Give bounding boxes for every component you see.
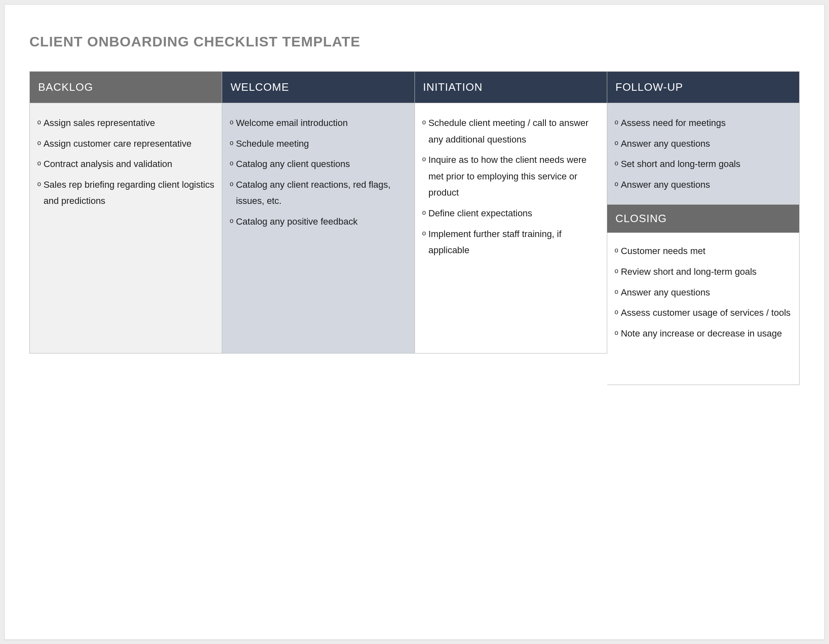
circle-bullet-icon: o bbox=[615, 137, 618, 149]
item-text: Sales rep briefing regarding client logi… bbox=[44, 177, 214, 209]
item-text: Catalog any client questions bbox=[236, 156, 407, 172]
item-text: Catalog any client reactions, red flags,… bbox=[236, 177, 407, 209]
column-backlog: BACKLOG oAssign sales representative oAs… bbox=[30, 72, 222, 353]
list-item: oAnswer any questions bbox=[615, 177, 792, 193]
list-item: oCatalog any positive feedback bbox=[230, 213, 407, 230]
circle-bullet-icon: o bbox=[37, 137, 41, 149]
column-body-welcome: oWelcome email introduction oSchedule me… bbox=[222, 103, 414, 353]
list-item: oAssess need for meetings bbox=[615, 115, 792, 131]
column-header-backlog: BACKLOG bbox=[30, 72, 222, 103]
column4-inner: oAssess need for meetings oAnswer any qu… bbox=[607, 103, 800, 385]
column-header-closing: CLOSING bbox=[607, 205, 800, 233]
item-text: Schedule client meeting / call to answer… bbox=[428, 115, 599, 148]
item-text: Contract analysis and validation bbox=[44, 156, 214, 172]
circle-bullet-icon: o bbox=[230, 137, 233, 149]
item-text: Assign customer care representative bbox=[44, 136, 214, 152]
list-item: oSchedule meeting bbox=[230, 136, 407, 152]
item-text: Catalog any positive feedback bbox=[236, 213, 407, 230]
circle-bullet-icon: o bbox=[422, 207, 426, 219]
list-item: oImplement further staff training, if ap… bbox=[422, 226, 599, 259]
column-followup-closing: FOLLOW-UP oAssess need for meetings oAns… bbox=[607, 72, 800, 353]
item-text: Customer needs met bbox=[621, 243, 792, 259]
column-header-welcome: WELCOME bbox=[222, 72, 414, 103]
item-text: Implement further staff training, if app… bbox=[428, 226, 599, 259]
list-item: oContract analysis and validation bbox=[37, 156, 214, 172]
circle-bullet-icon: o bbox=[615, 286, 618, 298]
item-text: Inquire as to how the client needs were … bbox=[428, 152, 599, 201]
list-item: oAssess customer usage of services / too… bbox=[615, 305, 792, 321]
list-item: oSales rep briefing regarding client log… bbox=[37, 177, 214, 209]
item-text: Review short and long-term goals bbox=[621, 264, 792, 280]
item-text: Welcome email introduction bbox=[236, 115, 407, 131]
circle-bullet-icon: o bbox=[230, 116, 233, 128]
kanban-board: BACKLOG oAssign sales representative oAs… bbox=[29, 71, 800, 353]
list-item: oCatalog any client reactions, red flags… bbox=[230, 177, 407, 209]
column-body-initiation: oSchedule client meeting / call to answe… bbox=[415, 103, 607, 353]
list-item: oInquire as to how the client needs were… bbox=[422, 152, 599, 201]
column-body-backlog: oAssign sales representative oAssign cus… bbox=[30, 103, 222, 353]
list-item: oCatalog any client questions bbox=[230, 156, 407, 172]
circle-bullet-icon: o bbox=[615, 157, 618, 169]
column-body-closing: oCustomer needs met oReview short and lo… bbox=[607, 233, 800, 385]
list-item: oWelcome email introduction bbox=[230, 115, 407, 131]
circle-bullet-icon: o bbox=[615, 265, 618, 277]
page-title: CLIENT ONBOARDING CHECKLIST TEMPLATE bbox=[29, 34, 800, 50]
circle-bullet-icon: o bbox=[615, 178, 618, 190]
circle-bullet-icon: o bbox=[37, 116, 41, 128]
item-text: Define client expectations bbox=[428, 205, 599, 222]
circle-bullet-icon: o bbox=[422, 116, 426, 128]
item-text: Assess need for meetings bbox=[621, 115, 792, 131]
circle-bullet-icon: o bbox=[615, 306, 618, 318]
list-item: oReview short and long-term goals bbox=[615, 264, 792, 280]
circle-bullet-icon: o bbox=[422, 153, 426, 165]
list-item: oDefine client expectations bbox=[422, 205, 599, 222]
list-item: oSet short and long-term goals bbox=[615, 156, 792, 172]
column-header-followup: FOLLOW-UP bbox=[607, 72, 800, 103]
item-text: Answer any questions bbox=[621, 177, 792, 193]
column-body-followup: oAssess need for meetings oAnswer any qu… bbox=[607, 103, 800, 205]
circle-bullet-icon: o bbox=[37, 178, 41, 190]
item-text: Assign sales representative bbox=[44, 115, 214, 131]
circle-bullet-icon: o bbox=[615, 327, 618, 339]
page: CLIENT ONBOARDING CHECKLIST TEMPLATE BAC… bbox=[4, 4, 825, 640]
list-item: oCustomer needs met bbox=[615, 243, 792, 259]
item-text: Answer any questions bbox=[621, 136, 792, 152]
item-text: Answer any questions bbox=[621, 284, 792, 301]
circle-bullet-icon: o bbox=[230, 215, 233, 227]
list-item: oNote any increase or decrease in usage bbox=[615, 325, 792, 342]
list-item: oAnswer any questions bbox=[615, 284, 792, 301]
circle-bullet-icon: o bbox=[230, 178, 233, 190]
item-text: Note any increase or decrease in usage bbox=[621, 325, 792, 342]
list-item: oAssign sales representative bbox=[37, 115, 214, 131]
item-text: Assess customer usage of services / tool… bbox=[621, 305, 792, 321]
list-item: oSchedule client meeting / call to answe… bbox=[422, 115, 599, 148]
column-welcome: WELCOME oWelcome email introduction oSch… bbox=[222, 72, 414, 353]
list-item: oAnswer any questions bbox=[615, 136, 792, 152]
item-text: Set short and long-term goals bbox=[621, 156, 792, 172]
circle-bullet-icon: o bbox=[422, 228, 426, 240]
circle-bullet-icon: o bbox=[230, 157, 233, 169]
item-text: Schedule meeting bbox=[236, 136, 407, 152]
column-initiation: INITIATION oSchedule client meeting / ca… bbox=[415, 72, 607, 353]
column-header-initiation: INITIATION bbox=[415, 72, 607, 103]
circle-bullet-icon: o bbox=[615, 245, 618, 257]
list-item: oAssign customer care representative bbox=[37, 136, 214, 152]
circle-bullet-icon: o bbox=[37, 157, 41, 169]
circle-bullet-icon: o bbox=[615, 116, 618, 128]
